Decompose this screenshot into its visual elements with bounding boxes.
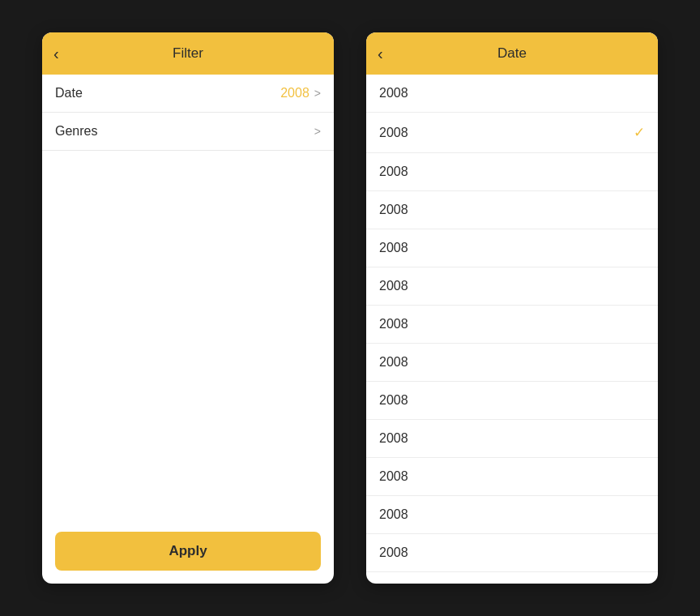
filter-date-right: 2008 > — [280, 86, 321, 101]
date-header: ‹ Date — [366, 32, 658, 75]
date-year-label: 2008 — [379, 126, 408, 140]
filter-title: Filter — [173, 45, 203, 62]
date-year-label: 2008 — [379, 165, 408, 179]
date-list-item[interactable]: 2008✓ — [366, 113, 658, 153]
date-list-item[interactable]: 2008 — [366, 191, 658, 229]
date-list-item[interactable]: 2008 — [366, 306, 658, 344]
date-year-label: 2008 — [379, 86, 408, 101]
checkmark-icon: ✓ — [634, 124, 645, 141]
date-year-label: 2008 — [379, 317, 408, 332]
filter-footer: Apply — [42, 519, 334, 584]
filter-item-genres[interactable]: Genres > — [42, 113, 334, 151]
filter-header: ‹ Filter — [42, 32, 334, 75]
date-list-item[interactable]: 2008 — [366, 229, 658, 267]
date-list-item[interactable]: 2008 — [366, 382, 658, 420]
date-panel: ‹ Date 20082008✓200820082008200820082008… — [366, 32, 658, 584]
apply-button[interactable]: Apply — [55, 532, 321, 571]
date-list-item[interactable]: 2008 — [366, 534, 658, 572]
date-year-label: 2008 — [379, 431, 408, 446]
date-list-item[interactable]: 2008 — [366, 572, 658, 584]
date-list-item[interactable]: 2008 — [366, 344, 658, 382]
chevron-right-icon-genres: > — [314, 125, 321, 138]
date-year-label: 2008 — [379, 507, 408, 522]
date-list-item[interactable]: 2008 — [366, 420, 658, 458]
date-year-label: 2008 — [379, 393, 408, 408]
date-year-label: 2008 — [379, 241, 408, 255]
date-body: 20082008✓2008200820082008200820082008200… — [366, 75, 658, 584]
date-year-label: 2008 — [379, 545, 408, 560]
date-list-item[interactable]: 2008 — [366, 267, 658, 306]
filter-back-button[interactable]: ‹ — [53, 45, 59, 62]
filter-date-value: 2008 — [280, 86, 309, 101]
date-year-label: 2008 — [379, 203, 408, 217]
date-year-label: 2008 — [379, 355, 408, 370]
date-list-item[interactable]: 2008 — [366, 153, 658, 191]
filter-date-label: Date — [55, 86, 83, 101]
filter-panel: ‹ Filter Date 2008 > Genres > Apply — [42, 32, 334, 584]
filter-item-date[interactable]: Date 2008 > — [42, 75, 334, 113]
date-year-label: 2008 — [379, 469, 408, 484]
date-list-item[interactable]: 2008 — [366, 75, 658, 113]
date-list-item[interactable]: 2008 — [366, 496, 658, 534]
date-back-button[interactable]: ‹ — [378, 45, 383, 62]
filter-body: Date 2008 > Genres > — [42, 75, 334, 519]
date-title: Date — [497, 45, 527, 62]
date-year-label: 2008 — [379, 279, 408, 293]
filter-genres-right: > — [314, 125, 321, 138]
date-list-item[interactable]: 2008 — [366, 458, 658, 496]
filter-genres-label: Genres — [55, 124, 97, 139]
chevron-right-icon: > — [314, 87, 321, 100]
